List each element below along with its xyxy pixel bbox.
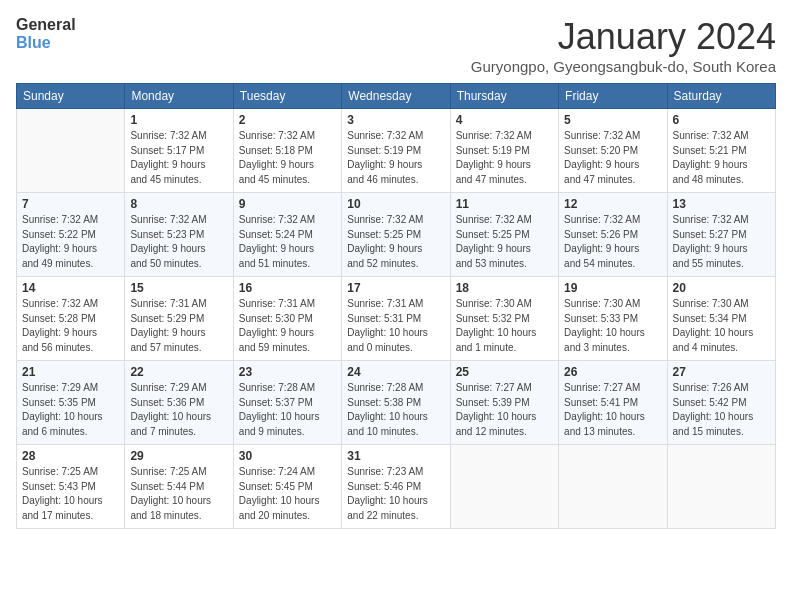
- calendar-cell: 2Sunrise: 7:32 AMSunset: 5:18 PMDaylight…: [233, 109, 341, 193]
- day-info: Sunrise: 7:32 AMSunset: 5:19 PMDaylight:…: [456, 129, 553, 187]
- calendar-cell: 9Sunrise: 7:32 AMSunset: 5:24 PMDaylight…: [233, 193, 341, 277]
- week-row-1: 1Sunrise: 7:32 AMSunset: 5:17 PMDaylight…: [17, 109, 776, 193]
- day-info: Sunrise: 7:32 AMSunset: 5:21 PMDaylight:…: [673, 129, 770, 187]
- day-info: Sunrise: 7:23 AMSunset: 5:46 PMDaylight:…: [347, 465, 444, 523]
- day-number: 30: [239, 449, 336, 463]
- day-info: Sunrise: 7:27 AMSunset: 5:41 PMDaylight:…: [564, 381, 661, 439]
- day-number: 1: [130, 113, 227, 127]
- day-number: 21: [22, 365, 119, 379]
- day-number: 28: [22, 449, 119, 463]
- day-info: Sunrise: 7:31 AMSunset: 5:29 PMDaylight:…: [130, 297, 227, 355]
- day-number: 9: [239, 197, 336, 211]
- day-number: 25: [456, 365, 553, 379]
- day-info: Sunrise: 7:32 AMSunset: 5:25 PMDaylight:…: [347, 213, 444, 271]
- day-info: Sunrise: 7:31 AMSunset: 5:30 PMDaylight:…: [239, 297, 336, 355]
- calendar-cell: 12Sunrise: 7:32 AMSunset: 5:26 PMDayligh…: [559, 193, 667, 277]
- day-number: 8: [130, 197, 227, 211]
- day-info: Sunrise: 7:32 AMSunset: 5:26 PMDaylight:…: [564, 213, 661, 271]
- calendar-cell: 29Sunrise: 7:25 AMSunset: 5:44 PMDayligh…: [125, 445, 233, 529]
- day-info: Sunrise: 7:32 AMSunset: 5:17 PMDaylight:…: [130, 129, 227, 187]
- weekday-header-monday: Monday: [125, 84, 233, 109]
- week-row-4: 21Sunrise: 7:29 AMSunset: 5:35 PMDayligh…: [17, 361, 776, 445]
- calendar-cell: 7Sunrise: 7:32 AMSunset: 5:22 PMDaylight…: [17, 193, 125, 277]
- day-number: 13: [673, 197, 770, 211]
- day-number: 16: [239, 281, 336, 295]
- weekday-header-friday: Friday: [559, 84, 667, 109]
- day-number: 7: [22, 197, 119, 211]
- day-info: Sunrise: 7:28 AMSunset: 5:38 PMDaylight:…: [347, 381, 444, 439]
- month-title: January 2024: [471, 16, 776, 58]
- day-info: Sunrise: 7:32 AMSunset: 5:24 PMDaylight:…: [239, 213, 336, 271]
- week-row-5: 28Sunrise: 7:25 AMSunset: 5:43 PMDayligh…: [17, 445, 776, 529]
- day-number: 11: [456, 197, 553, 211]
- location: Guryongpo, Gyeongsangbuk-do, South Korea: [471, 58, 776, 75]
- calendar-cell: 1Sunrise: 7:32 AMSunset: 5:17 PMDaylight…: [125, 109, 233, 193]
- day-number: 22: [130, 365, 227, 379]
- week-row-3: 14Sunrise: 7:32 AMSunset: 5:28 PMDayligh…: [17, 277, 776, 361]
- weekday-header-tuesday: Tuesday: [233, 84, 341, 109]
- calendar-cell: 16Sunrise: 7:31 AMSunset: 5:30 PMDayligh…: [233, 277, 341, 361]
- day-info: Sunrise: 7:32 AMSunset: 5:28 PMDaylight:…: [22, 297, 119, 355]
- day-info: Sunrise: 7:30 AMSunset: 5:33 PMDaylight:…: [564, 297, 661, 355]
- day-info: Sunrise: 7:29 AMSunset: 5:35 PMDaylight:…: [22, 381, 119, 439]
- day-number: 4: [456, 113, 553, 127]
- day-info: Sunrise: 7:32 AMSunset: 5:22 PMDaylight:…: [22, 213, 119, 271]
- day-number: 3: [347, 113, 444, 127]
- day-info: Sunrise: 7:25 AMSunset: 5:43 PMDaylight:…: [22, 465, 119, 523]
- logo-text: GeneralBlue: [16, 16, 76, 51]
- calendar-cell: [667, 445, 775, 529]
- day-info: Sunrise: 7:24 AMSunset: 5:45 PMDaylight:…: [239, 465, 336, 523]
- day-info: Sunrise: 7:28 AMSunset: 5:37 PMDaylight:…: [239, 381, 336, 439]
- day-number: 10: [347, 197, 444, 211]
- day-number: 24: [347, 365, 444, 379]
- day-number: 20: [673, 281, 770, 295]
- day-info: Sunrise: 7:30 AMSunset: 5:34 PMDaylight:…: [673, 297, 770, 355]
- calendar-cell: 22Sunrise: 7:29 AMSunset: 5:36 PMDayligh…: [125, 361, 233, 445]
- calendar-cell: 25Sunrise: 7:27 AMSunset: 5:39 PMDayligh…: [450, 361, 558, 445]
- day-info: Sunrise: 7:32 AMSunset: 5:23 PMDaylight:…: [130, 213, 227, 271]
- calendar-cell: [17, 109, 125, 193]
- weekday-header-thursday: Thursday: [450, 84, 558, 109]
- calendar-cell: 17Sunrise: 7:31 AMSunset: 5:31 PMDayligh…: [342, 277, 450, 361]
- weekday-header-sunday: Sunday: [17, 84, 125, 109]
- calendar-table: SundayMondayTuesdayWednesdayThursdayFrid…: [16, 83, 776, 529]
- day-info: Sunrise: 7:30 AMSunset: 5:32 PMDaylight:…: [456, 297, 553, 355]
- day-info: Sunrise: 7:25 AMSunset: 5:44 PMDaylight:…: [130, 465, 227, 523]
- calendar-cell: 23Sunrise: 7:28 AMSunset: 5:37 PMDayligh…: [233, 361, 341, 445]
- calendar-cell: 19Sunrise: 7:30 AMSunset: 5:33 PMDayligh…: [559, 277, 667, 361]
- day-number: 26: [564, 365, 661, 379]
- calendar-cell: 15Sunrise: 7:31 AMSunset: 5:29 PMDayligh…: [125, 277, 233, 361]
- calendar-cell: 20Sunrise: 7:30 AMSunset: 5:34 PMDayligh…: [667, 277, 775, 361]
- day-info: Sunrise: 7:29 AMSunset: 5:36 PMDaylight:…: [130, 381, 227, 439]
- week-row-2: 7Sunrise: 7:32 AMSunset: 5:22 PMDaylight…: [17, 193, 776, 277]
- weekday-header-saturday: Saturday: [667, 84, 775, 109]
- calendar-cell: 28Sunrise: 7:25 AMSunset: 5:43 PMDayligh…: [17, 445, 125, 529]
- day-info: Sunrise: 7:32 AMSunset: 5:19 PMDaylight:…: [347, 129, 444, 187]
- calendar-cell: 18Sunrise: 7:30 AMSunset: 5:32 PMDayligh…: [450, 277, 558, 361]
- day-info: Sunrise: 7:32 AMSunset: 5:20 PMDaylight:…: [564, 129, 661, 187]
- calendar-cell: [450, 445, 558, 529]
- day-number: 31: [347, 449, 444, 463]
- day-number: 27: [673, 365, 770, 379]
- weekday-header-wednesday: Wednesday: [342, 84, 450, 109]
- calendar-cell: 14Sunrise: 7:32 AMSunset: 5:28 PMDayligh…: [17, 277, 125, 361]
- day-info: Sunrise: 7:32 AMSunset: 5:27 PMDaylight:…: [673, 213, 770, 271]
- day-number: 2: [239, 113, 336, 127]
- day-number: 18: [456, 281, 553, 295]
- calendar-cell: 24Sunrise: 7:28 AMSunset: 5:38 PMDayligh…: [342, 361, 450, 445]
- calendar-cell: 10Sunrise: 7:32 AMSunset: 5:25 PMDayligh…: [342, 193, 450, 277]
- day-info: Sunrise: 7:27 AMSunset: 5:39 PMDaylight:…: [456, 381, 553, 439]
- calendar-cell: 4Sunrise: 7:32 AMSunset: 5:19 PMDaylight…: [450, 109, 558, 193]
- day-number: 23: [239, 365, 336, 379]
- day-number: 19: [564, 281, 661, 295]
- calendar-cell: 26Sunrise: 7:27 AMSunset: 5:41 PMDayligh…: [559, 361, 667, 445]
- day-number: 15: [130, 281, 227, 295]
- calendar-cell: [559, 445, 667, 529]
- day-info: Sunrise: 7:31 AMSunset: 5:31 PMDaylight:…: [347, 297, 444, 355]
- day-number: 5: [564, 113, 661, 127]
- logo: GeneralBlue: [16, 16, 76, 51]
- calendar-cell: 5Sunrise: 7:32 AMSunset: 5:20 PMDaylight…: [559, 109, 667, 193]
- calendar-cell: 3Sunrise: 7:32 AMSunset: 5:19 PMDaylight…: [342, 109, 450, 193]
- day-info: Sunrise: 7:32 AMSunset: 5:25 PMDaylight:…: [456, 213, 553, 271]
- calendar-cell: 27Sunrise: 7:26 AMSunset: 5:42 PMDayligh…: [667, 361, 775, 445]
